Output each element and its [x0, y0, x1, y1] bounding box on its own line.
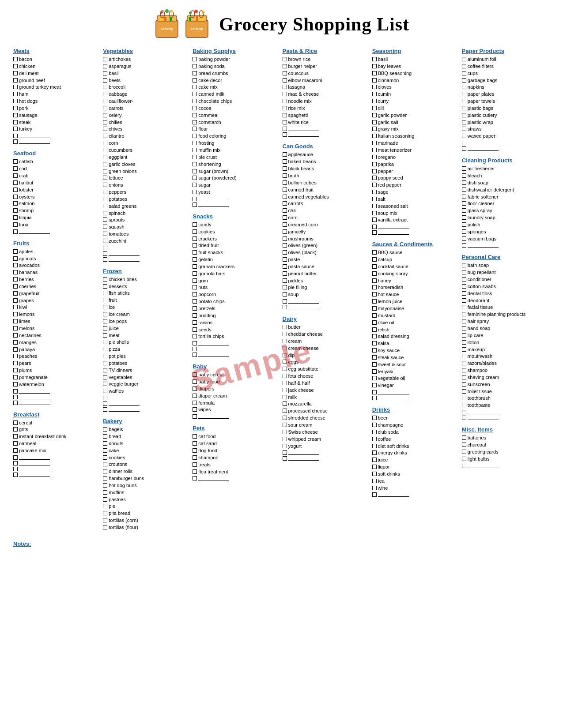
checkbox[interactable]: [13, 368, 18, 372]
checkbox[interactable]: [372, 169, 377, 173]
checkbox[interactable]: [193, 183, 197, 187]
checkbox[interactable]: [13, 455, 18, 460]
checkbox[interactable]: [372, 78, 377, 83]
checkbox[interactable]: [462, 141, 466, 145]
checkbox[interactable]: [283, 395, 287, 399]
checkbox[interactable]: [193, 92, 197, 96]
checkbox[interactable]: [283, 450, 287, 455]
checkbox[interactable]: [13, 92, 18, 96]
checkbox[interactable]: [103, 326, 107, 330]
checkbox[interactable]: [103, 85, 107, 89]
checkbox[interactable]: [372, 71, 377, 75]
checkbox[interactable]: [103, 312, 107, 316]
checkbox[interactable]: [462, 92, 466, 96]
checkbox[interactable]: [283, 430, 287, 434]
checkbox[interactable]: [462, 298, 466, 303]
checkbox[interactable]: [372, 458, 377, 462]
checkbox[interactable]: [372, 285, 377, 289]
checkbox[interactable]: [13, 195, 18, 199]
checkbox[interactable]: [283, 285, 287, 289]
checkbox[interactable]: [193, 134, 197, 138]
checkbox[interactable]: [103, 169, 107, 173]
checkbox[interactable]: [372, 292, 377, 296]
checkbox[interactable]: [462, 270, 466, 274]
checkbox[interactable]: [193, 278, 197, 283]
checkbox[interactable]: [462, 312, 466, 316]
checkbox[interactable]: [372, 99, 377, 103]
checkbox[interactable]: [283, 325, 287, 329]
checkbox[interactable]: [283, 456, 287, 461]
checkbox[interactable]: [13, 461, 18, 465]
checkbox[interactable]: [13, 201, 18, 206]
checkbox[interactable]: [462, 375, 466, 379]
checkbox[interactable]: [283, 222, 287, 227]
checkbox[interactable]: [13, 270, 18, 274]
checkbox[interactable]: [283, 374, 287, 378]
checkbox[interactable]: [103, 176, 107, 180]
checkbox[interactable]: [193, 71, 197, 75]
checkbox[interactable]: [372, 306, 377, 311]
checkbox[interactable]: [13, 448, 18, 453]
checkbox[interactable]: [372, 472, 377, 476]
checkbox[interactable]: [193, 203, 197, 207]
checkbox[interactable]: [103, 427, 107, 432]
checkbox[interactable]: [283, 64, 287, 68]
checkbox[interactable]: [372, 148, 377, 152]
checkbox[interactable]: [103, 257, 107, 262]
checkbox[interactable]: [462, 457, 466, 461]
checkbox[interactable]: [462, 113, 466, 117]
checkbox[interactable]: [193, 197, 197, 201]
checkbox[interactable]: [283, 173, 287, 178]
checkbox[interactable]: [462, 319, 466, 323]
checkbox[interactable]: [283, 409, 287, 413]
checkbox[interactable]: [193, 379, 197, 384]
checkbox[interactable]: [283, 71, 287, 75]
checkbox[interactable]: [462, 85, 466, 89]
checkbox[interactable]: [372, 362, 377, 367]
checkbox[interactable]: [462, 333, 466, 338]
checkbox[interactable]: [283, 243, 287, 248]
checkbox[interactable]: [103, 389, 107, 393]
checkbox[interactable]: [372, 278, 377, 283]
checkbox[interactable]: [283, 166, 287, 171]
checkbox[interactable]: [462, 71, 466, 75]
checkbox[interactable]: [103, 155, 107, 159]
checkbox[interactable]: [13, 389, 18, 394]
checkbox[interactable]: [462, 464, 466, 468]
checkbox[interactable]: [193, 334, 197, 338]
checkbox[interactable]: [103, 525, 107, 529]
checkbox[interactable]: [372, 430, 377, 434]
checkbox[interactable]: [372, 190, 377, 194]
checkbox[interactable]: [193, 236, 197, 241]
checkbox[interactable]: [103, 462, 107, 466]
checkbox[interactable]: [13, 401, 18, 405]
checkbox[interactable]: [372, 230, 377, 235]
checkbox[interactable]: [103, 148, 107, 152]
checkbox[interactable]: [462, 201, 466, 206]
checkbox[interactable]: [283, 106, 287, 110]
checkbox[interactable]: [372, 113, 377, 117]
checkbox[interactable]: [13, 166, 18, 171]
checkbox[interactable]: [462, 361, 466, 365]
checkbox[interactable]: [193, 190, 197, 194]
checkbox[interactable]: [103, 319, 107, 323]
checkbox[interactable]: [372, 479, 377, 483]
checkbox[interactable]: [372, 92, 377, 96]
checkbox[interactable]: [193, 222, 197, 227]
checkbox[interactable]: [372, 450, 377, 455]
checkbox[interactable]: [283, 353, 287, 357]
checkbox[interactable]: [103, 340, 107, 344]
checkbox[interactable]: [13, 127, 18, 131]
checkbox[interactable]: [372, 120, 377, 124]
checkbox[interactable]: [283, 180, 287, 185]
checkbox[interactable]: [13, 441, 18, 446]
checkbox[interactable]: [462, 396, 466, 400]
checkbox[interactable]: [13, 347, 18, 352]
checkbox[interactable]: [103, 134, 107, 138]
checkbox[interactable]: [103, 284, 107, 289]
checkbox[interactable]: [372, 334, 377, 338]
checkbox[interactable]: [372, 313, 377, 318]
checkbox[interactable]: [193, 113, 197, 117]
checkbox[interactable]: [283, 250, 287, 255]
checkbox[interactable]: [193, 320, 197, 325]
